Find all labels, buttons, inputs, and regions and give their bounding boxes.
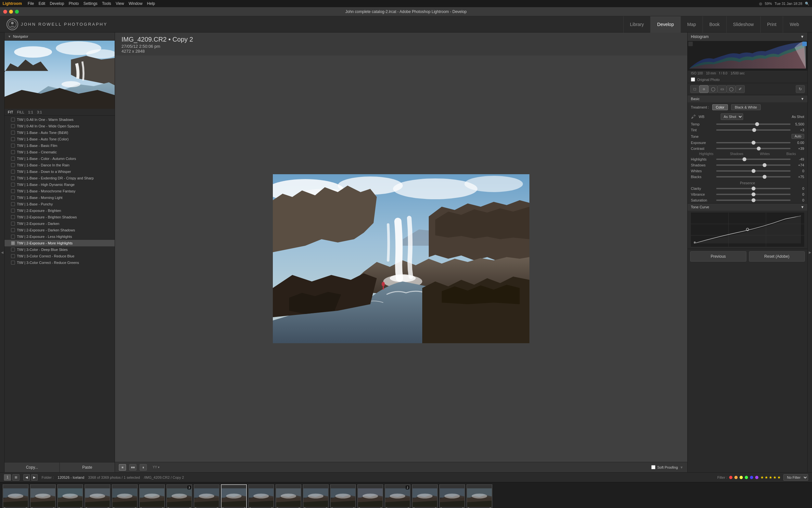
filmstrip-thumb-4[interactable]: ■■: [112, 484, 138, 508]
preset-item-1[interactable]: TtW | 0-All In One - Wide Open Spaces: [5, 123, 115, 129]
filmstrip-thumb-7[interactable]: ■■: [194, 484, 220, 508]
preset-item-7[interactable]: TtW | 1-Base - Dance In the Rain: [5, 162, 115, 168]
filmstrip-thumb-8[interactable]: ■■: [221, 484, 247, 508]
temp-slider[interactable]: [716, 124, 791, 125]
original-photo-checkbox[interactable]: [691, 77, 695, 82]
filmstrip-thumb-12[interactable]: ■■: [330, 484, 356, 508]
preset-item-6[interactable]: TtW | 1-Base - Color - Autumn Colors: [5, 155, 115, 162]
filmstrip-thumb-0[interactable]: ■■: [3, 484, 29, 508]
preset-item-8[interactable]: TtW | 1-Base - Down to a Whisper: [5, 168, 115, 175]
folder-name[interactable]: 120526 - Iceland: [57, 475, 84, 479]
crop-tool[interactable]: □: [690, 85, 699, 93]
close-button[interactable]: [3, 10, 7, 14]
menu-help[interactable]: Help: [147, 1, 155, 6]
vibrance-slider[interactable]: [716, 194, 791, 195]
compare-view-button[interactable]: ■■: [129, 464, 136, 471]
filmstrip-thumb-3[interactable]: ■■: [85, 484, 110, 508]
auto-tone-button[interactable]: Auto: [792, 134, 804, 139]
next-photo-arrow[interactable]: ▶: [31, 474, 38, 481]
filmstrip-thumb-6[interactable]: 3■■: [166, 484, 192, 508]
single-view-button[interactable]: ■: [119, 464, 126, 471]
shadows-slider[interactable]: [716, 164, 791, 166]
filter-orange-dot[interactable]: [734, 476, 737, 479]
zoom-3-1[interactable]: 3:1: [37, 110, 42, 114]
zoom-fill[interactable]: FILL: [17, 110, 25, 114]
navigator-collapse-arrow[interactable]: ▼: [8, 35, 11, 38]
tab-develop[interactable]: Develop: [650, 16, 680, 33]
menu-view[interactable]: View: [115, 1, 124, 6]
preset-item-18[interactable]: TtW | 2-Exposure - Less Highlights: [5, 234, 115, 240]
wb-eyedropper[interactable]: 🖍: [691, 114, 696, 119]
preset-item-16[interactable]: TtW | 2-Exposure - Darken: [5, 220, 115, 227]
zoom-fit[interactable]: FIT: [8, 110, 13, 114]
view-mode-grid[interactable]: ⊞: [12, 474, 19, 481]
filmstrip-thumb-13[interactable]: ■■: [357, 484, 383, 508]
left-panel-expand[interactable]: ◀: [0, 33, 5, 472]
preset-item-9[interactable]: TtW | 1-Base - Exdenting DR - Crispy and…: [5, 175, 115, 181]
preset-item-22[interactable]: TtW | 3-Color Correct - Reduce Greens: [5, 259, 115, 266]
basic-section-header[interactable]: Basic ▼: [687, 95, 807, 102]
highlights-slider[interactable]: [716, 159, 791, 160]
preset-item-2[interactable]: TtW | 1-Base - Auto Tone (B&W): [5, 129, 115, 136]
radial-filter-tool[interactable]: ◯: [727, 85, 736, 93]
adjustment-brush-tool[interactable]: ✐: [736, 85, 745, 93]
filmstrip-thumb-17[interactable]: ■■: [466, 484, 492, 508]
star-filter[interactable]: ★★★★★: [760, 475, 781, 480]
menu-window[interactable]: Window: [129, 1, 143, 6]
filmstrip-thumb-5[interactable]: ■■: [139, 484, 165, 508]
menu-develop[interactable]: Develop: [50, 1, 64, 6]
tab-book[interactable]: Book: [703, 16, 726, 33]
soft-proofing-checkbox[interactable]: [651, 465, 656, 469]
graduated-filter-tool[interactable]: ▭: [717, 85, 727, 93]
preset-item-11[interactable]: TtW | 1-Base - Monochrome Fantasy: [5, 188, 115, 194]
zoom-1-1[interactable]: 1:1: [28, 110, 33, 114]
wb-selector[interactable]: As Shot: [721, 114, 743, 120]
menu-photo[interactable]: Photo: [68, 1, 79, 6]
filter-blue-dot[interactable]: [750, 476, 753, 479]
view-mode-single[interactable]: 1: [4, 474, 11, 481]
filter-purple-dot[interactable]: [755, 476, 758, 479]
menu-settings[interactable]: Settings: [84, 1, 97, 6]
filmstrip-thumb-10[interactable]: ■■: [276, 484, 301, 508]
contrast-slider[interactable]: [716, 148, 791, 149]
tone-curve-header[interactable]: Tone Curve ▼: [687, 204, 807, 211]
maximize-button[interactable]: [15, 10, 19, 14]
copy-button[interactable]: Copy...: [5, 463, 60, 472]
search-icon[interactable]: 🔍: [805, 2, 809, 6]
filter-dropdown[interactable]: No Filter: [783, 474, 808, 481]
filmstrip-thumb-15[interactable]: ■■: [412, 484, 438, 508]
preset-item-20[interactable]: TtW | 3-Color - Deep Blue Skies: [5, 246, 115, 253]
heal-tool[interactable]: ○: [699, 85, 708, 93]
preset-item-14[interactable]: TtW | 2-Exposure - Brighten: [5, 207, 115, 214]
clarity-slider[interactable]: [716, 188, 791, 189]
filmstrip-thumb-14[interactable]: 2■■: [385, 484, 411, 508]
menu-tools[interactable]: Tools: [102, 1, 111, 6]
preset-item-3[interactable]: TtW | 1-Base - Auto Tone (Color): [5, 136, 115, 142]
previous-button[interactable]: Previous: [690, 251, 747, 262]
prev-photo-arrow[interactable]: ◀: [23, 474, 30, 481]
menu-file[interactable]: File: [28, 1, 34, 6]
paste-button[interactable]: Paste: [60, 463, 115, 472]
preset-item-4[interactable]: TtW | 1-Base - Basic Film: [5, 142, 115, 149]
blacks-slider[interactable]: [716, 176, 791, 177]
preset-item-10[interactable]: TtW | 1-Base - High Dynamic Range: [5, 181, 115, 188]
redeye-tool[interactable]: ◯: [708, 85, 717, 93]
reset-button[interactable]: Reset (Adobe): [749, 251, 805, 262]
saturation-slider[interactable]: [716, 200, 791, 201]
minimize-button[interactable]: [9, 10, 13, 14]
preset-item-0[interactable]: TtW | 0-All In One - Warm Shadows: [5, 116, 115, 123]
preset-item-15[interactable]: TtW | 2-Exposure - Brighten Shadows: [5, 214, 115, 220]
survey-view-button[interactable]: ∎: [140, 464, 147, 471]
filmstrip-thumb-16[interactable]: ■■: [439, 484, 465, 508]
tint-slider[interactable]: [716, 129, 791, 131]
reset-tool[interactable]: ↻: [796, 85, 805, 93]
preset-item-17[interactable]: TtW | 2-Exposure - Darken Shadows: [5, 227, 115, 234]
whites-slider[interactable]: [716, 170, 791, 172]
right-panel-expand[interactable]: ▶: [807, 33, 812, 472]
menu-edit[interactable]: Edit: [39, 1, 45, 6]
preset-item-5[interactable]: TtW | 1-Base - Cinematic: [5, 149, 115, 155]
exposure-slider[interactable]: [716, 142, 791, 143]
filmstrip-thumb-9[interactable]: ■■: [248, 484, 274, 508]
preset-item-21[interactable]: TtW | 3-Color Correct - Reduce Blue: [5, 253, 115, 259]
filmstrip-thumb-2[interactable]: ■■: [57, 484, 83, 508]
